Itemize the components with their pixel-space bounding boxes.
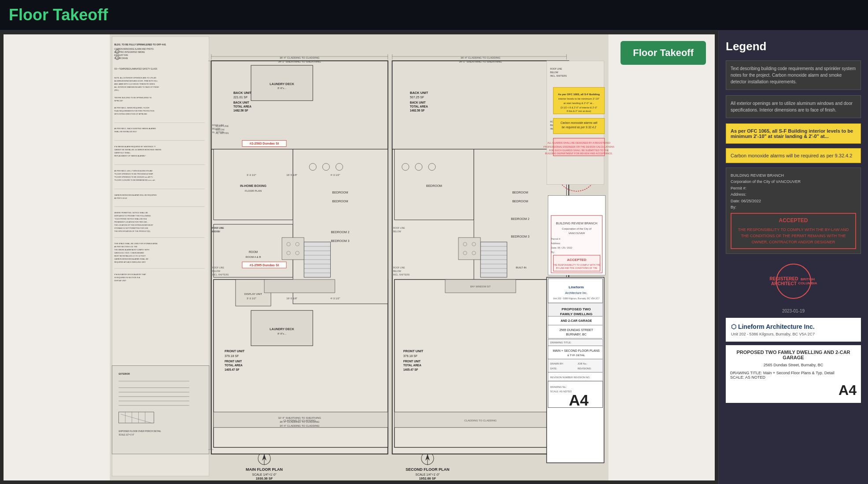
legend-stamp-address: Address: [731, 191, 856, 197]
svg-text:AS PER NBCC, WHEN REQUIRED, FL: AS PER NBCC, WHEN REQUIRED, FLOOR [114, 107, 149, 109]
svg-text:INCL. RAFTERS: INCL. RAFTERS [550, 74, 567, 77]
svg-text:WITH SITING DIRECTION OF MFPA : WITH SITING DIRECTION OF MFPA 90D [114, 113, 147, 115]
svg-rect-272 [282, 238, 304, 260]
legend-yellow-2: Carbon monoxide alarms will be required … [726, 148, 861, 163]
svg-text:*FLOOR OPENINGS TO BE PROVIDED: *FLOOR OPENINGS TO BE PROVIDED A TEMP. [114, 173, 153, 175]
svg-text:WHERE PERMITTED, NOTICE SHALL : WHERE PERMITTED, NOTICE SHALL BE [114, 212, 148, 214]
svg-text:BUILT-IN: BUILT-IN [516, 266, 526, 269]
svg-text:ROOF LINE: ROOF LINE [212, 227, 225, 229]
svg-text:REQUIRED AT EACH DWELLING UNIT: REQUIRED AT EACH DWELLING UNIT. [114, 261, 146, 263]
svg-text:Architecture Inc.: Architecture Inc. [565, 291, 587, 294]
legend-stamp-box: BUILDING REVIEW BRANCH Corporation of th… [726, 168, 861, 254]
svg-text:3'-3 1/2": 3'-3 1/2" [247, 174, 256, 176]
legend-sheet-number: A4 [730, 382, 857, 398]
svg-text:MUST BE INSTALLED 4.5 TO 12 FO: MUST BE INSTALLED 4.5 TO 12 FOOT [114, 255, 146, 257]
svg-text:ROOF LINE: ROOF LINE [212, 266, 225, 269]
legend-drawing-title: PROPOSED TWO FAMILY DWELLING AND 2-CAR G… [730, 350, 857, 360]
svg-text:34'-1" SHEATHING TO SHEATHING: 34'-1" SHEATHING TO SHEATHING [278, 60, 321, 63]
blueprint-area: BLDG. TO BE FULLY SPRINKLERED TO OFP 4-9… [0, 31, 718, 484]
svg-text:ALL GUARDS SHALL BE DESIGNED B: ALL GUARDS SHALL BE DESIGNED BY A REGIST… [547, 141, 610, 144]
svg-text:CAREFULLY SHALL: CAREFULLY SHALL [114, 152, 131, 154]
svg-text:ROOF LINE: ROOF LINE [393, 227, 406, 229]
svg-text:A4: A4 [569, 391, 589, 409]
svg-text:BEDROOM: BEDROOM [512, 191, 528, 194]
svg-text:#1-2565 Dundas St: #1-2565 Dundas St [250, 263, 279, 267]
svg-text:*FLOOR OPENINGS TO BE 220/1200: *FLOOR OPENINGS TO BE 220/1200 mm AT P.I… [114, 176, 153, 178]
svg-text:BELOW: BELOW [393, 270, 401, 272]
svg-text:* ELECTRONIC NOTICE SHALL BE I: * ELECTRONIC NOTICE SHALL BE IN A [114, 218, 147, 220]
svg-text:DISPLAY UNIT: DISPLAY UNIT [244, 293, 262, 295]
svg-text:AND 2-CAR GARAGE: AND 2-CAR GARAGE [561, 319, 592, 322]
svg-text:IF A SMOKE ALARM REQUIRED BY S: IF A SMOKE ALARM REQUIRED BY SENTENCE 77 [114, 145, 156, 148]
svg-text:CLADDING TO CLADDING: CLADDING TO CLADDING [464, 419, 497, 422]
legend-drawing-scale: SCALE: AS NOTED [730, 375, 857, 380]
svg-text:THE LOCATION OF THE EXTINGUISH: THE LOCATION OF THE EXTINGUISHER MUST [114, 224, 153, 226]
svg-text:Permit #:: Permit #: [551, 238, 561, 240]
svg-text:BY-LAW AND THE CONDITIONS OF T: BY-LAW AND THE CONDITIONS OF THE [556, 267, 598, 269]
svg-text:EXTERIOR: EXTERIOR [118, 372, 130, 375]
legend-lineform: ⬡ Lineform Architecture Inc. Unit 202 - … [726, 318, 861, 342]
legend-drawing-address: 2565 Dundas Street, Burnaby, BC [730, 363, 857, 367]
legend-note-1: Text describing building code requiremen… [726, 60, 861, 90]
svg-text:FRONT UNIT: FRONT UNIT [225, 360, 242, 363]
svg-text:BELOW: BELOW [212, 230, 220, 233]
svg-text:ROOM: ROOM [249, 250, 258, 253]
legend-stamp-date: 2023-01-19 [726, 309, 861, 313]
svg-text:(3-1/2 < 8 & 2'-0" of interior: (3-1/2 < 8 & 2'-0" of interior & 2'-0" [561, 106, 598, 109]
svg-text:FRONT UNIT: FRONT UNIT [225, 349, 245, 353]
svg-text:THE SMOKE ALARM MUST COMPLY WI: THE SMOKE ALARM MUST COMPLY WITH [114, 249, 149, 251]
svg-text:MAIN FLOOR PLAN: MAIN FLOOR PLAN [246, 467, 283, 472]
svg-text:IF A ELEVATOR OR ESCALATOR THA: IF A ELEVATOR OR ESCALATOR THAT [114, 273, 146, 276]
svg-text:379.18 SF: 379.18 SF [403, 354, 417, 357]
legend-stamp-permit: Permit #: [731, 185, 856, 191]
svg-text:BEDROOM 2: BEDROOM 2 [331, 231, 349, 234]
svg-text:BACK UNIT: BACK UNIT [233, 91, 252, 95]
svg-text:CARBON MONOXIDE ALARMS SHALL B: CARBON MONOXIDE ALARMS SHALL BE [114, 258, 148, 260]
svg-text:1405.47 SF: 1405.47 SF [225, 368, 240, 371]
svg-text:AS PER NBCC 4.85-1 TURN BUILDI: AS PER NBCC 4.85-1 TURN BUILDING BYLAW [114, 170, 152, 172]
svg-text:BUILDING DEPARTMENT FOR REVIEW: BUILDING DEPARTMENT FOR REVIEW AND ACCEP… [545, 152, 613, 155]
svg-text:507.25 SF: 507.25 SF [410, 96, 424, 99]
svg-text:BAY WINDOW SIT: BAY WINDOW SIT [470, 285, 491, 288]
svg-text:16'-5 1/8": 16'-5 1/8" [286, 174, 297, 176]
svg-text:LAUNDRY DECK: LAUNDRY DECK [270, 82, 294, 86]
svg-text:By:: By: [551, 251, 554, 253]
svg-text:1482.56 SF: 1482.56 SF [233, 109, 248, 112]
svg-text:BEDROOM: BEDROOM [426, 184, 442, 187]
svg-text:ALL INTERIOR DIMENSIONS ARE TO: ALL INTERIOR DIMENSIONS ARE TO FACE OF F… [114, 86, 159, 88]
svg-text:INCL. RAFTERS: INCL. RAFTERS [393, 273, 410, 276]
svg-text:BEDROOM: BEDROOM [332, 191, 348, 194]
svg-text:Carbon monoxide alarms will: Carbon monoxide alarms will [561, 121, 598, 124]
svg-text:34'-1" SHEATHING TO SHEATHING: 34'-1" SHEATHING TO SHEATHING [459, 60, 502, 63]
svg-text:MAIN + SECOND FLOOR PLANS: MAIN + SECOND FLOOR PLANS [553, 349, 600, 352]
svg-text:NOTE: ALL EXTERIOR OPENINGS AR: NOTE: ALL EXTERIOR OPENINGS ARE TO UTILI… [114, 77, 156, 79]
svg-text:36'-4" CLADDING TO CLADDING: 36'-4" CLADDING TO CLADDING [280, 421, 320, 423]
legend-title: Legend [726, 40, 861, 53]
svg-text:INCL. RAFTERS: INCL. RAFTERS [212, 273, 229, 276]
svg-text:SECOND FLOOR PLAN: SECOND FLOOR PLAN [406, 467, 450, 472]
svg-text:FRONT UNIT: FRONT UNIT [403, 349, 424, 353]
svg-text:1952.66 SF: 1952.66 SF [419, 477, 436, 480]
svg-text:ACCEPTED: ACCEPTED [567, 258, 586, 262]
svg-text:PROMINENT LOCATION FOR FIRE US: PROMINENT LOCATION FOR FIRE USE... [114, 221, 148, 223]
svg-text:JOB No.:: JOB No.: [577, 362, 587, 365]
svg-text:4'-3 1/2": 4'-3 1/2" [330, 174, 340, 176]
svg-text:THIS SPACE SHALL BE USED FOR S: THIS SPACE SHALL BE USED FOR STORAGE ARE… [114, 242, 158, 245]
svg-text:36'-4" CLADDING TO CLADDING: 36'-4" CLADDING TO CLADDING [280, 56, 320, 59]
svg-text:NFPA 13D*: NFPA 13D* [114, 100, 123, 102]
svg-text:379.18 SF: 379.18 SF [225, 354, 239, 357]
svg-text:TOTAL AREA: TOTAL AREA [410, 105, 428, 108]
svg-text:DRAWN BY:: DRAWN BY: [550, 362, 564, 365]
svg-text:BACK UNIT: BACK UNIT [410, 101, 426, 104]
floor-takeoff-button[interactable]: Floor Takeoff [621, 41, 706, 65]
svg-text:LAUNDRY DECK: LAUNDRY DECK [270, 328, 294, 331]
svg-text:1482.56 SF: 1482.56 SF [410, 109, 425, 112]
svg-text:REVISIONS:: REVISIONS: [577, 367, 591, 370]
svg-text:34'-4" CLADDING TO CLADDING: 34'-4" CLADDING TO CLADDING [280, 424, 320, 427]
legend-note-2: All exterior openings are to utilize alu… [726, 95, 861, 118]
svg-text:THE SPECIFICATION OF THE PRODU: THE SPECIFICATION OF THE PRODUCT(S). [114, 230, 151, 232]
svg-text:BLDG. TO BE FULLY SPRINKLERED : BLDG. TO BE FULLY SPRINKLERED TO OFP 4-9… [114, 43, 166, 46]
legend-accepted-note: THE RESPONSIBILITY TO COMPLY WITH THE BY… [734, 227, 853, 246]
svg-text:AS PER NBCC, EACH SLEEPING SMO: AS PER NBCC, EACH SLEEPING SMOKE ALARMS [114, 127, 156, 130]
lineform-address: Unit 202 - 5386 Kilgours, Burnaby, BC V5… [731, 332, 856, 336]
